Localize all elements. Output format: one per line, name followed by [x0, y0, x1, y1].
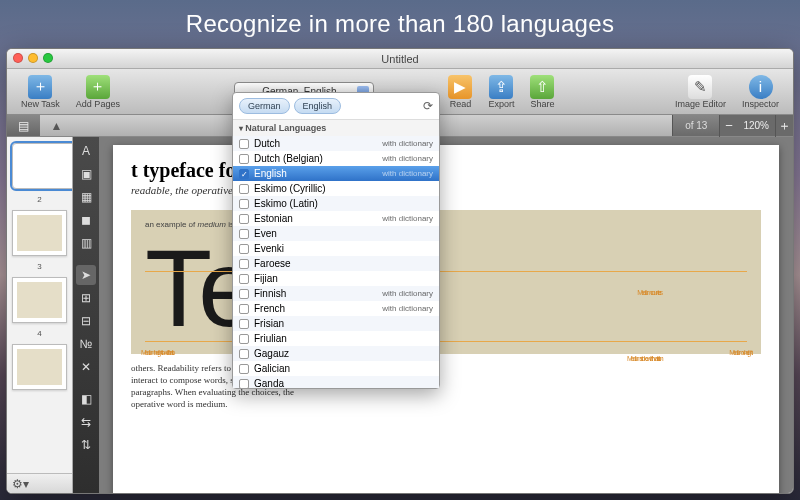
refresh-icon[interactable]: ⟳ [423, 99, 433, 113]
checkbox-icon [239, 274, 249, 284]
language-option[interactable]: Eskimo (Cyrillic) [233, 181, 439, 196]
checkbox-icon [239, 199, 249, 209]
share-icon: ⇧ [530, 75, 554, 99]
table-area-tool[interactable]: ▦ [76, 187, 96, 207]
inspector-button[interactable]: i Inspector [736, 73, 785, 111]
eraser-tool[interactable]: ◧ [76, 389, 96, 409]
split-v-tool[interactable]: ⇅ [76, 435, 96, 455]
language-option[interactable]: Evenki [233, 241, 439, 256]
language-label: Friulian [254, 333, 287, 344]
language-label: Finnish [254, 288, 286, 299]
warnings-tab[interactable]: ▲ [40, 115, 73, 136]
language-option[interactable]: Even [233, 226, 439, 241]
language-list[interactable]: Dutchwith dictionaryDutch (Belgian)with … [233, 136, 439, 388]
remove-part-tool[interactable]: ⊟ [76, 311, 96, 331]
picture-area-tool[interactable]: ▣ [76, 164, 96, 184]
thumbnail-panel: Text 2 3 4 ⚙︎▾ [7, 137, 73, 493]
checkbox-icon [239, 154, 249, 164]
minimize-icon[interactable] [28, 53, 38, 63]
annotation-counters: Medium counters [637, 289, 661, 296]
language-option[interactable]: Ganda [233, 376, 439, 388]
checkbox-icon [239, 289, 249, 299]
barcode-area-tool[interactable]: ▥ [76, 233, 96, 253]
language-label: Ganda [254, 378, 284, 388]
checkbox-icon [239, 334, 249, 344]
language-label: Frisian [254, 318, 284, 329]
checkbox-icon [239, 139, 249, 149]
read-label: Read [450, 99, 472, 109]
language-chip[interactable]: English [294, 98, 342, 114]
dictionary-badge: with dictionary [382, 154, 433, 163]
language-option[interactable]: Faroese [233, 256, 439, 271]
thumbnail-number: 3 [12, 262, 67, 271]
new-task-label: New Task [21, 99, 60, 109]
language-option[interactable]: Frenchwith dictionary [233, 301, 439, 316]
titlebar: Untitled [7, 49, 793, 69]
thumbnail[interactable] [12, 210, 67, 256]
pointer-tool[interactable]: ➤ [76, 265, 96, 285]
language-label: English [254, 168, 287, 179]
read-button[interactable]: ▶ Read [442, 73, 478, 111]
language-option[interactable]: Friulian [233, 331, 439, 346]
checkbox-icon [239, 349, 249, 359]
image-editor-icon: ✎ [688, 75, 712, 99]
document-canvas[interactable]: t typeface for text? readable, the opera… [99, 137, 793, 493]
order-tool[interactable]: № [76, 334, 96, 354]
thumbnail-number: 4 [12, 329, 67, 338]
zoom-icon[interactable] [43, 53, 53, 63]
language-label: Dutch [254, 138, 280, 149]
dictionary-badge: with dictionary [382, 289, 433, 298]
new-task-icon: ＋ [28, 75, 52, 99]
language-label: Even [254, 228, 277, 239]
thumbnail[interactable] [12, 277, 67, 323]
hero-tagline: Recognize in more than 180 languages [0, 10, 800, 38]
checkbox-icon [239, 259, 249, 269]
inspector-label: Inspector [742, 99, 779, 109]
language-label: Gagauz [254, 348, 289, 359]
thumbnail[interactable] [12, 344, 67, 390]
export-button[interactable]: ⇪ Export [482, 73, 520, 111]
language-chip[interactable]: German [239, 98, 290, 114]
language-option[interactable]: Englishwith dictionary [233, 166, 439, 181]
tool-palette: A ▣ ▦ ◼ ▥ ➤ ⊞ ⊟ № ✕ ◧ ⇆ ⇅ [73, 137, 99, 493]
add-pages-button[interactable]: ＋ Add Pages [70, 73, 126, 111]
language-option[interactable]: Finnishwith dictionary [233, 286, 439, 301]
thumbnail[interactable]: Text [12, 143, 73, 189]
share-button[interactable]: ⇧ Share [524, 73, 560, 111]
close-icon[interactable] [13, 53, 23, 63]
traffic-lights [13, 53, 53, 63]
split-h-tool[interactable]: ⇆ [76, 412, 96, 432]
language-option[interactable]: Frisian [233, 316, 439, 331]
language-option[interactable]: Galician [233, 361, 439, 376]
new-task-button[interactable]: ＋ New Task [15, 73, 66, 111]
language-label: Galician [254, 363, 290, 374]
page-indicator: of 13 [672, 115, 719, 136]
language-option[interactable]: Dutch (Belgian)with dictionary [233, 151, 439, 166]
image-editor-label: Image Editor [675, 99, 726, 109]
zoom-out-button[interactable]: − [719, 115, 737, 137]
thumbnails-tab[interactable]: ▤ [7, 115, 40, 136]
zoom-in-button[interactable]: ＋ [775, 115, 793, 137]
dictionary-badge: with dictionary [382, 214, 433, 223]
delete-tool[interactable]: ✕ [76, 357, 96, 377]
add-part-tool[interactable]: ⊞ [76, 288, 96, 308]
text-area-tool[interactable]: A [76, 141, 96, 161]
dictionary-badge: with dictionary [382, 304, 433, 313]
share-label: Share [530, 99, 554, 109]
gear-icon[interactable]: ⚙︎▾ [12, 477, 29, 491]
language-option[interactable]: Estonianwith dictionary [233, 211, 439, 226]
inspector-icon: i [749, 75, 773, 99]
language-label: Estonian [254, 213, 293, 224]
checkbox-icon [239, 319, 249, 329]
language-option[interactable]: Eskimo (Latin) [233, 196, 439, 211]
language-option[interactable]: Gagauz [233, 346, 439, 361]
dropdown-header: German English ⟳ [233, 93, 439, 120]
image-editor-button[interactable]: ✎ Image Editor [669, 73, 732, 111]
language-option[interactable]: Fijian [233, 271, 439, 286]
language-label: Fijian [254, 273, 278, 284]
language-label: Faroese [254, 258, 291, 269]
language-option[interactable]: Dutchwith dictionary [233, 136, 439, 151]
language-label: Eskimo (Cyrillic) [254, 183, 326, 194]
background-area-tool[interactable]: ◼ [76, 210, 96, 230]
window-title: Untitled [381, 53, 418, 65]
